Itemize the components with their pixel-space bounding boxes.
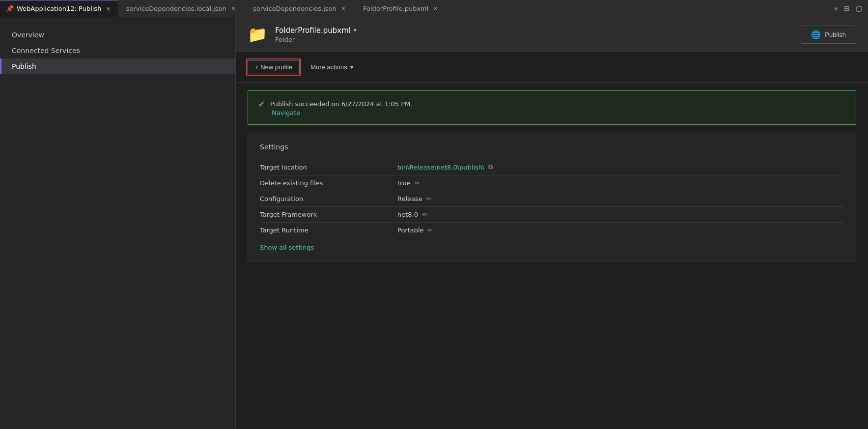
configuration-value: Release: [397, 195, 422, 202]
publish-button-label: Publish: [825, 31, 846, 38]
maximize-button[interactable]: ▢: [854, 4, 864, 12]
sidebar-item-connected-services-label: Connected Services: [12, 47, 80, 55]
settings-row-delete-files: Delete existing files true ✏: [260, 175, 844, 191]
setting-value-delete-files: true ✏: [397, 179, 420, 187]
setting-value-target-location: bin\Release\net8.0\publish\ ⧉: [397, 163, 493, 171]
new-profile-button-label: + New profile: [255, 63, 292, 71]
tab-label-1: serviceDependencies.local.json: [126, 5, 226, 12]
tab-folder-profile[interactable]: FolderProfile.pubxml ×: [355, 0, 448, 17]
overflow-tabs-button[interactable]: «: [832, 4, 840, 12]
target-runtime-value: Portable: [397, 227, 424, 234]
sidebar-item-overview-label: Overview: [12, 31, 44, 39]
tab-service-dependencies-local[interactable]: serviceDependencies.local.json ×: [118, 0, 245, 17]
tab-close-button-1[interactable]: ×: [229, 4, 237, 12]
settings-row-target-framework: Target Framework net8.0 ✏: [260, 206, 844, 222]
profile-dropdown-chevron[interactable]: ▾: [354, 27, 357, 33]
setting-label-target-location: Target location: [260, 164, 397, 171]
new-profile-button[interactable]: + New profile: [248, 60, 300, 74]
tab-close-button-2[interactable]: ×: [339, 4, 347, 12]
main-layout: Overview Connected Services Publish 📁 Fo…: [0, 17, 868, 429]
edit-icon-configuration[interactable]: ✏: [426, 195, 432, 202]
copy-icon-target-location[interactable]: ⧉: [488, 163, 493, 171]
profile-name-wrap: FolderProfile.pubxml ▾ Folder: [275, 26, 357, 43]
target-framework-value: net8.0: [397, 211, 418, 218]
settings-title: Settings: [260, 143, 844, 151]
split-editor-button[interactable]: ⊟: [842, 4, 852, 12]
show-all-settings-link[interactable]: Show all settings: [260, 244, 314, 251]
success-row: ✔ Publish succeeded on 6/27/2024 at 1:05…: [258, 99, 846, 109]
sidebar-item-overview[interactable]: Overview: [0, 27, 235, 43]
success-check-icon: ✔: [258, 99, 265, 109]
more-actions-chevron: ▾: [350, 63, 354, 71]
more-actions-label: More actions: [310, 63, 347, 71]
sidebar-item-publish[interactable]: Publish: [0, 58, 235, 74]
setting-value-target-framework: net8.0 ✏: [397, 211, 427, 218]
tab-pin-icon: 📌: [6, 5, 14, 12]
folder-icon: 📁: [248, 25, 267, 44]
profile-info: 📁 FolderProfile.pubxml ▾ Folder: [248, 25, 357, 44]
profile-name-label: FolderProfile.pubxml: [275, 26, 351, 35]
setting-label-delete-files: Delete existing files: [260, 179, 397, 187]
setting-label-target-framework: Target Framework: [260, 211, 397, 218]
tab-actions: « ⊟ ▢: [832, 4, 868, 12]
profile-header: 📁 FolderProfile.pubxml ▾ Folder 🌐 Publis…: [236, 17, 868, 52]
setting-label-configuration: Configuration: [260, 195, 397, 202]
active-tab-label: WebApplication12: Publish: [17, 5, 101, 12]
action-bar: + New profile More actions ▾: [236, 52, 868, 83]
active-tab-close-button[interactable]: ×: [104, 5, 112, 13]
settings-panel: Settings Target location bin\Release\net…: [248, 133, 856, 261]
delete-files-value: true: [397, 179, 411, 187]
profile-type-label: Folder: [275, 36, 357, 43]
setting-label-target-runtime: Target Runtime: [260, 227, 397, 234]
more-actions-button[interactable]: More actions ▾: [306, 60, 358, 74]
success-banner: ✔ Publish succeeded on 6/27/2024 at 1:05…: [248, 90, 856, 125]
tab-bar: 📌 WebApplication12: Publish × serviceDep…: [0, 0, 868, 17]
target-location-value: bin\Release\net8.0\publish\: [397, 164, 484, 171]
active-tab[interactable]: 📌 WebApplication12: Publish ×: [0, 0, 118, 17]
setting-value-configuration: Release ✏: [397, 195, 432, 202]
settings-row-target-runtime: Target Runtime Portable ✏: [260, 222, 844, 238]
settings-row-target-location: Target location bin\Release\net8.0\publi…: [260, 159, 844, 175]
profile-name-row: FolderProfile.pubxml ▾: [275, 26, 357, 35]
sidebar-item-publish-label: Publish: [12, 62, 36, 70]
tab-label-2: serviceDependencies.json: [253, 5, 336, 12]
navigate-link[interactable]: Navigate: [272, 109, 300, 116]
tab-label-3: FolderProfile.pubxml: [363, 5, 428, 12]
sidebar: Overview Connected Services Publish: [0, 17, 236, 429]
publish-button[interactable]: 🌐 Publish: [801, 26, 856, 44]
edit-icon-delete-files[interactable]: ✏: [415, 179, 420, 187]
tab-service-dependencies[interactable]: serviceDependencies.json ×: [245, 0, 355, 17]
tab-close-button-3[interactable]: ×: [431, 4, 439, 12]
setting-value-target-runtime: Portable ✏: [397, 227, 433, 234]
edit-icon-target-framework[interactable]: ✏: [422, 211, 427, 218]
edit-icon-target-runtime[interactable]: ✏: [428, 227, 433, 234]
content-area: 📁 FolderProfile.pubxml ▾ Folder 🌐 Publis…: [236, 17, 868, 429]
settings-row-configuration: Configuration Release ✏: [260, 191, 844, 206]
publish-globe-icon: 🌐: [811, 30, 821, 39]
sidebar-item-connected-services[interactable]: Connected Services: [0, 43, 235, 58]
success-message: Publish succeeded on 6/27/2024 at 1:05 P…: [270, 100, 412, 108]
